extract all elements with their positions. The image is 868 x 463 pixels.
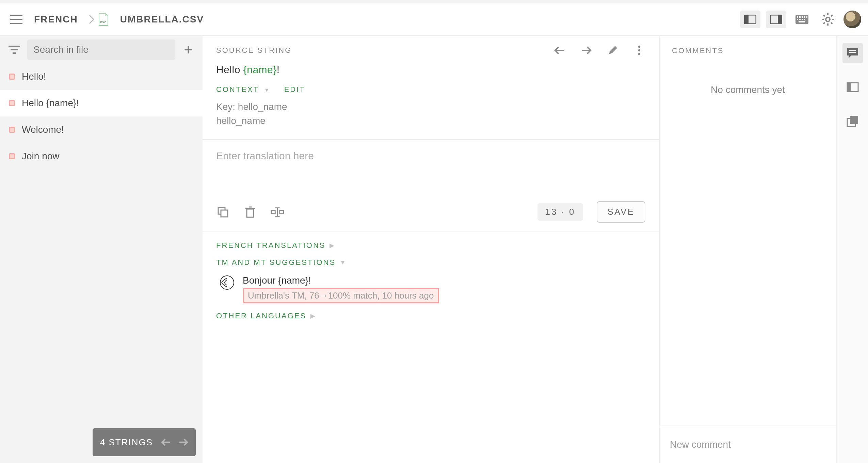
copy-source-icon[interactable] xyxy=(216,205,230,219)
comments-empty-text: No comments yet xyxy=(660,61,836,426)
string-list: Hello! Hello {name}! Welcome! Join now xyxy=(0,63,203,463)
search-input[interactable] xyxy=(33,44,169,55)
char-sep: · xyxy=(562,207,565,217)
svg-line-24 xyxy=(823,15,825,16)
svg-rect-40 xyxy=(247,209,254,217)
edit-context-link[interactable]: EDIT xyxy=(284,85,305,94)
more-vert-icon[interactable] xyxy=(633,44,645,57)
section-label: FRENCH TRANSLATIONS xyxy=(216,241,325,250)
filter-icon[interactable] xyxy=(7,42,22,57)
svg-line-25 xyxy=(831,22,832,24)
comments-heading: COMMENTS xyxy=(660,36,836,61)
status-dot-icon xyxy=(9,153,15,159)
add-string-icon[interactable]: + xyxy=(181,42,196,57)
string-item-text: Join now xyxy=(22,151,60,162)
layout-right-panel-icon[interactable] xyxy=(766,11,786,28)
status-dot-icon xyxy=(9,74,15,80)
right-rail xyxy=(837,36,868,463)
section-label: OTHER LANGUAGES xyxy=(216,312,306,320)
svg-text:csv: csv xyxy=(100,20,106,24)
string-count-label: 4 STRINGS xyxy=(100,437,153,448)
keyboard-icon[interactable] xyxy=(792,11,812,28)
caret-down-icon: ▼ xyxy=(340,259,347,266)
string-item-text: Welcome! xyxy=(22,124,64,135)
svg-rect-14 xyxy=(797,19,798,20)
context-key-line: Key: hello_name xyxy=(216,100,645,114)
svg-point-35 xyxy=(638,46,640,48)
csv-file-icon: csv xyxy=(98,13,109,26)
svg-rect-44 xyxy=(271,210,275,214)
tm-tab-icon[interactable] xyxy=(842,111,863,131)
editor-panel: SOURCE STRING Hello {name}! xyxy=(203,36,660,463)
char-limit: 0 xyxy=(569,207,575,217)
translation-input[interactable] xyxy=(216,150,645,162)
svg-point-46 xyxy=(220,276,234,289)
next-string-icon[interactable] xyxy=(580,44,592,57)
svg-rect-16 xyxy=(802,19,803,20)
caret-down-icon: ▼ xyxy=(264,87,271,93)
other-languages-section[interactable]: OTHER LANGUAGES ▶ xyxy=(216,312,645,320)
svg-rect-17 xyxy=(804,19,805,20)
user-avatar[interactable] xyxy=(843,11,861,28)
source-prefix: Hello xyxy=(216,64,243,75)
caret-right-icon: ▶ xyxy=(329,242,335,249)
status-dot-icon xyxy=(9,127,15,133)
source-string-label: SOURCE STRING xyxy=(216,46,292,55)
context-value-line: hello_name xyxy=(216,114,645,128)
string-item[interactable]: Welcome! xyxy=(0,116,203,143)
string-item-text: Hello! xyxy=(22,71,46,82)
tm-suggestions-section[interactable]: TM AND MT SUGGESTIONS ▼ xyxy=(216,258,645,267)
prev-page-icon[interactable] xyxy=(161,438,171,446)
section-label: TM AND MT SUGGESTIONS xyxy=(216,258,336,267)
svg-rect-18 xyxy=(799,21,805,22)
svg-rect-7 xyxy=(778,15,782,24)
hamburger-menu-icon[interactable] xyxy=(7,10,26,29)
tm-suggestion-row[interactable]: Bonjour {name}! Umbrella's TM, 76→100% m… xyxy=(220,275,645,303)
comments-panel: COMMENTS No comments yet xyxy=(660,36,837,463)
edit-pencil-icon[interactable] xyxy=(607,44,619,57)
svg-rect-10 xyxy=(799,16,801,18)
source-placeholder-token: {name} xyxy=(243,64,277,75)
svg-rect-52 xyxy=(850,116,858,124)
context-label: CONTEXT xyxy=(216,85,259,94)
breadcrumb-file[interactable]: UMBRELLA.CSV xyxy=(120,14,204,25)
gear-icon[interactable] xyxy=(818,11,838,28)
svg-rect-13 xyxy=(806,16,807,18)
layout-left-panel-icon[interactable] xyxy=(740,11,760,28)
svg-rect-12 xyxy=(804,16,805,18)
string-item[interactable]: Hello {name}! xyxy=(0,90,203,116)
insert-placeholder-icon[interactable] xyxy=(271,205,284,219)
svg-rect-15 xyxy=(799,19,801,20)
svg-point-37 xyxy=(638,53,640,55)
string-item[interactable]: Hello! xyxy=(0,63,203,90)
source-suffix: ! xyxy=(277,64,280,75)
breadcrumb-separator-icon xyxy=(89,15,95,24)
svg-line-27 xyxy=(823,22,825,24)
breadcrumb-language[interactable]: FRENCH xyxy=(34,14,78,25)
svg-rect-11 xyxy=(802,16,803,18)
save-button[interactable]: SAVE xyxy=(597,201,645,223)
string-item[interactable]: Join now xyxy=(0,143,203,170)
new-comment-input[interactable] xyxy=(670,439,826,450)
source-string-text: Hello {name}! xyxy=(203,62,659,85)
svg-rect-50 xyxy=(847,83,851,92)
prev-string-icon[interactable] xyxy=(553,44,566,57)
context-toggle[interactable]: CONTEXT ▼ xyxy=(216,85,271,94)
comments-tab-icon[interactable] xyxy=(842,43,863,63)
glossary-tab-icon[interactable] xyxy=(842,77,863,97)
tm-source-icon xyxy=(220,275,235,290)
svg-rect-45 xyxy=(280,210,284,214)
suggestion-meta: Umbrella's TM, 76→100% match, 10 hours a… xyxy=(243,288,439,303)
search-input-wrapper[interactable] xyxy=(27,39,175,60)
top-bar: FRENCH csv UMBRELLA.CSV xyxy=(0,0,868,36)
french-translations-section[interactable]: FRENCH TRANSLATIONS ▶ xyxy=(216,241,645,250)
char-count: 13 xyxy=(545,207,558,217)
string-sidebar: + Hello! Hello {name}! Welcome! Join now… xyxy=(0,36,203,463)
svg-line-26 xyxy=(831,15,832,16)
svg-rect-5 xyxy=(744,15,749,24)
suggestion-text: Bonjour {name}! xyxy=(243,275,439,286)
char-count-badge: 13 · 0 xyxy=(537,203,583,221)
next-page-icon[interactable] xyxy=(179,438,188,446)
trash-icon[interactable] xyxy=(243,205,257,219)
caret-right-icon: ▶ xyxy=(310,312,316,320)
